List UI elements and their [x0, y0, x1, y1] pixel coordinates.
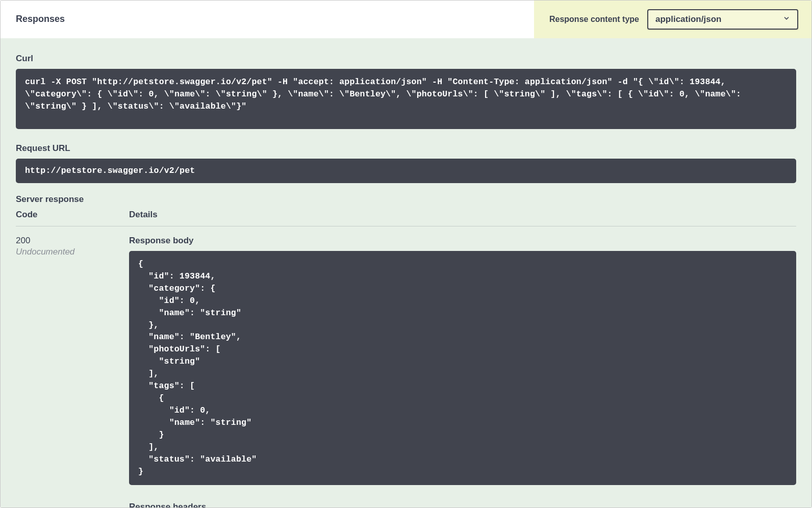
request-url-label: Request URL: [16, 143, 796, 154]
responses-body: Curl curl -X POST "http://petstore.swagg…: [1, 38, 811, 507]
responses-title: Responses: [1, 1, 65, 38]
request-url-value[interactable]: http://petstore.swagger.io/v2/pet: [16, 159, 796, 183]
status-note: Undocumented: [16, 247, 129, 257]
content-type-value: application/json: [655, 14, 721, 24]
code-cell: 200 Undocumented: [16, 236, 129, 485]
content-type-panel: Response content type application/json: [534, 1, 811, 38]
col-header-details: Details: [129, 210, 796, 220]
response-body-value[interactable]: { "id": 193844, "category": { "id": 0, "…: [129, 251, 796, 485]
chevron-down-icon: [783, 14, 790, 24]
table-head: Code Details: [16, 210, 796, 226]
response-body-label: Response body: [129, 236, 796, 246]
status-code: 200: [16, 236, 129, 246]
response-headers-label: Response headers: [129, 502, 206, 508]
server-response-table: Code Details 200 Undocumented Response b…: [16, 210, 796, 485]
col-header-code: Code: [16, 210, 129, 220]
curl-command[interactable]: curl -X POST "http://petstore.swagger.io…: [16, 69, 796, 129]
content-type-label: Response content type: [549, 15, 639, 24]
details-cell: Response body { "id": 193844, "category"…: [129, 236, 796, 485]
server-response-label: Server response: [16, 194, 796, 205]
curl-label: Curl: [16, 54, 796, 64]
table-row: 200 Undocumented Response body { "id": 1…: [16, 226, 796, 485]
content-type-select[interactable]: application/json: [647, 9, 798, 30]
responses-header: Responses Response content type applicat…: [1, 1, 811, 38]
